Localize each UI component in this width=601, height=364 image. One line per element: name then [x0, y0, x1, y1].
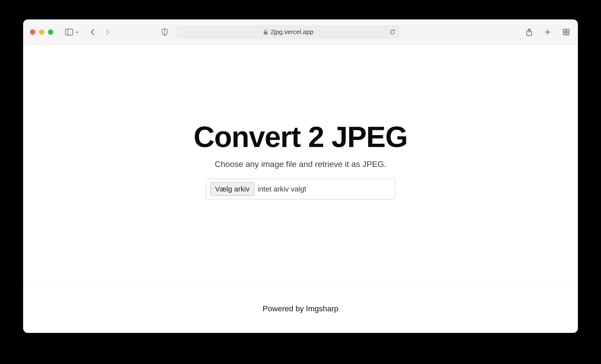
- toolbar-right: [524, 27, 571, 37]
- page-title: Convert 2 JPEG: [194, 120, 408, 153]
- url-text: 2jpg.vercel.app: [270, 28, 313, 36]
- svg-rect-8: [567, 29, 569, 32]
- svg-rect-9: [563, 33, 566, 35]
- nav-arrows: [88, 27, 112, 37]
- page-content: Convert 2 JPEG Choose any image file and…: [23, 45, 578, 333]
- share-icon: [526, 28, 533, 36]
- grid-icon: [563, 29, 570, 36]
- tab-overview-button[interactable]: [561, 27, 571, 37]
- chevron-left-icon: [90, 29, 95, 36]
- file-choose-button[interactable]: Vælg arkiv: [210, 182, 254, 196]
- back-button[interactable]: [88, 27, 98, 37]
- window-controls: [30, 29, 53, 35]
- chevron-down-icon: [75, 30, 79, 34]
- svg-rect-10: [567, 33, 569, 35]
- svg-rect-7: [563, 29, 566, 32]
- reload-icon: [389, 29, 396, 35]
- footer-text: Powered by Imgsharp: [262, 304, 338, 313]
- lock-icon: [263, 29, 268, 35]
- minimize-window-button[interactable]: [39, 29, 44, 35]
- chevron-right-icon: [105, 29, 110, 36]
- share-button[interactable]: [524, 27, 534, 37]
- maximize-window-button[interactable]: [48, 29, 53, 35]
- privacy-shield-button[interactable]: [160, 27, 170, 37]
- reload-button[interactable]: [389, 29, 396, 35]
- browser-window: 2jpg.vercel.app: [23, 19, 578, 333]
- browser-toolbar: 2jpg.vercel.app: [23, 19, 578, 45]
- forward-button[interactable]: [102, 27, 112, 37]
- page-subtitle: Choose any image file and retrieve it as…: [215, 159, 386, 169]
- sidebar-icon: [65, 29, 73, 36]
- svg-rect-0: [65, 29, 73, 35]
- shield-icon: [161, 28, 168, 36]
- close-window-button[interactable]: [30, 29, 35, 35]
- file-status-text: intet arkiv valgt: [258, 185, 306, 193]
- page-footer: Powered by Imgsharp: [23, 284, 578, 333]
- plus-icon: [544, 29, 551, 36]
- main-content: Convert 2 JPEG Choose any image file and…: [23, 45, 578, 284]
- svg-rect-2: [264, 32, 268, 35]
- file-input[interactable]: Vælg arkiv intet arkiv valgt: [206, 179, 395, 200]
- sidebar-toggle[interactable]: [65, 29, 79, 36]
- address-bar[interactable]: 2jpg.vercel.app: [176, 26, 400, 39]
- new-tab-button[interactable]: [543, 27, 552, 37]
